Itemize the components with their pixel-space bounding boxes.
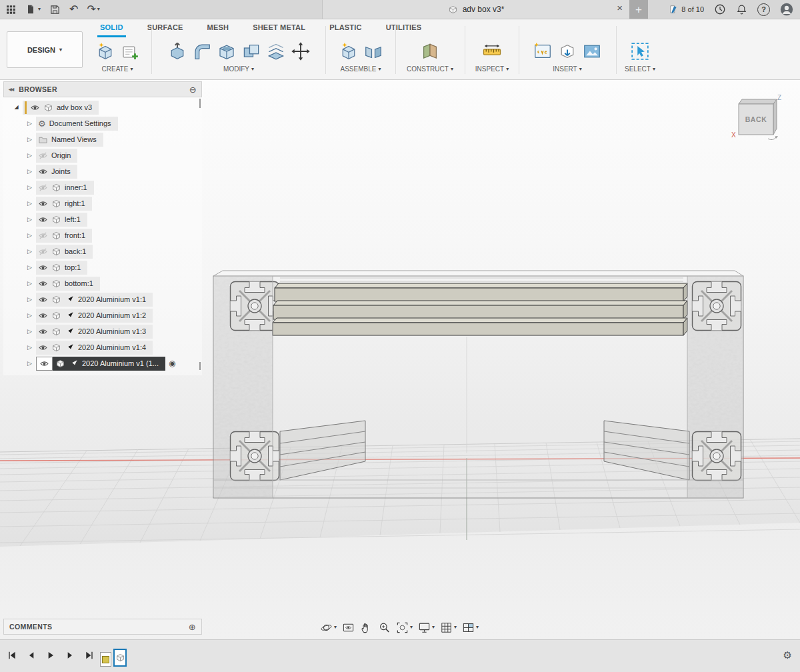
browser-row-label[interactable]: adv box v3	[57, 103, 92, 111]
expander-icon[interactable]: ▷	[25, 297, 34, 303]
insert-svg-button[interactable]	[532, 41, 553, 62]
browser-row-component[interactable]: ▷ right:1	[3, 195, 202, 211]
select-menu[interactable]: SELECT▾	[617, 65, 663, 73]
visibility-on-icon[interactable]	[38, 343, 48, 353]
expander-icon[interactable]: ▷	[25, 153, 34, 159]
browser-row-component[interactable]: ▷ front:1	[3, 227, 202, 243]
expander-icon[interactable]: ▷	[25, 169, 34, 175]
rotate-arrow-icon[interactable]	[768, 137, 776, 140]
create-menu[interactable]: CREATE▾	[87, 65, 148, 73]
job-status-clock-icon[interactable]	[714, 3, 726, 15]
orbit-tool[interactable]: ▾	[320, 621, 337, 634]
view-cube-right-face[interactable]	[773, 99, 777, 135]
undo-icon[interactable]: ↶	[69, 4, 78, 15]
expander-icon[interactable]: ▷	[25, 201, 34, 207]
expander-icon[interactable]: ▷	[25, 217, 34, 223]
tab-solid[interactable]: SOLID	[97, 21, 126, 37]
app-grid-icon[interactable]	[5, 4, 17, 15]
viewport[interactable]: BACK Z X ◀◀ BROWSER ⊖ ◢	[0, 80, 800, 639]
help-icon[interactable]: ?	[757, 3, 770, 16]
visibility-off-icon[interactable]	[38, 151, 48, 161]
minimize-panel-icon[interactable]: ⊖	[189, 85, 197, 94]
timeline-feature-selected[interactable]	[113, 649, 127, 667]
visibility-on-icon[interactable]	[38, 295, 48, 305]
browser-row-label[interactable]: bottom:1	[65, 279, 93, 287]
timeline-feature-component[interactable]	[100, 652, 111, 667]
visibility-on-icon[interactable]	[38, 167, 48, 177]
timeline-settings-gear-icon[interactable]: ⚙	[783, 650, 792, 660]
browser-row-linked-component[interactable]: ▷ 2020 Aluminium v1:3	[3, 323, 202, 339]
browser-row-component[interactable]: ▷ back:1	[3, 243, 202, 259]
visibility-off-icon[interactable]	[38, 183, 48, 193]
browser-row-label[interactable]: Joints	[51, 167, 71, 175]
user-avatar[interactable]	[780, 3, 793, 16]
browser-row-component[interactable]: ▷ top:1	[3, 259, 202, 275]
expander-icon[interactable]: ▷	[25, 281, 34, 287]
browser-row-label[interactable]: 2020 Aluminium v1:4	[78, 343, 146, 351]
step-forward-button[interactable]	[65, 650, 75, 661]
redo-menu[interactable]: ↷ ▾	[87, 4, 99, 15]
browser-row-joints[interactable]: ▷ Joints	[3, 163, 202, 179]
expander-icon[interactable]: ◢	[12, 105, 21, 110]
visibility-toggle-box[interactable]	[36, 357, 53, 371]
pan-tool[interactable]	[360, 621, 373, 634]
timeline-feature-track[interactable]	[100, 647, 127, 667]
visibility-on-icon[interactable]	[30, 103, 40, 113]
browser-row-label[interactable]: 2020 Aluminium v1:2	[78, 311, 146, 319]
offset-face-button[interactable]	[265, 41, 287, 62]
browser-row-label[interactable]: back:1	[65, 247, 86, 255]
fit-view-tool[interactable]: ▾	[396, 621, 413, 634]
play-button[interactable]	[45, 650, 56, 661]
browser-row-label[interactable]: Document Settings	[49, 119, 111, 127]
expander-icon[interactable]: ▷	[25, 361, 34, 367]
go-to-end-button[interactable]	[84, 650, 95, 661]
construct-menu[interactable]: CONSTRUCT▾	[397, 65, 463, 73]
construct-plane-button[interactable]	[419, 41, 441, 62]
visibility-on-icon[interactable]	[38, 263, 48, 273]
browser-row-label[interactable]: right:1	[65, 199, 85, 207]
browser-row-label[interactable]: Origin	[51, 151, 71, 159]
assemble-menu[interactable]: ASSEMBLE▾	[328, 65, 393, 73]
selected-row-highlight[interactable]: 2020 Aluminium v1 (1...	[53, 357, 165, 371]
assemble-new-component-button[interactable]	[338, 41, 359, 62]
display-settings[interactable]: ▾	[418, 621, 435, 634]
create-sketch-button[interactable]	[119, 41, 141, 62]
expander-icon[interactable]: ▷	[25, 345, 34, 351]
visibility-on-icon[interactable]	[38, 215, 48, 225]
expander-icon[interactable]: ▷	[25, 265, 34, 271]
tab-utilities[interactable]: UTILITIES	[383, 21, 425, 37]
comments-panel[interactable]: COMMENTS ⊕	[3, 619, 202, 635]
browser-row-named-views[interactable]: ▷ Named Views	[3, 131, 202, 147]
new-tab-button[interactable]: +	[629, 0, 648, 19]
look-at-tool[interactable]	[342, 621, 355, 634]
browser-row-component[interactable]: ▷ left:1	[3, 211, 202, 227]
visibility-on-icon[interactable]	[38, 327, 48, 337]
visibility-on-icon[interactable]	[39, 359, 49, 369]
insert-mesh-button[interactable]	[557, 41, 578, 62]
combine-button[interactable]	[241, 41, 262, 62]
expander-icon[interactable]: ▷	[25, 329, 34, 335]
move-copy-button[interactable]	[290, 41, 311, 62]
expander-icon[interactable]: ▷	[25, 185, 34, 191]
joint-button[interactable]	[363, 41, 384, 62]
workspace-switcher[interactable]: DESIGN ▾	[7, 31, 83, 68]
expander-icon[interactable]: ▷	[25, 121, 34, 127]
tab-mesh[interactable]: MESH	[205, 21, 232, 37]
browser-row-linked-component[interactable]: ▷ 2020 Aluminium v1:4	[3, 339, 202, 355]
browser-row-origin[interactable]: ▷ Origin	[3, 147, 202, 163]
close-tab-icon[interactable]: ×	[617, 3, 623, 13]
expander-icon[interactable]: ▷	[25, 137, 34, 143]
browser-header[interactable]: ◀◀ BROWSER ⊖	[3, 81, 202, 97]
inspect-menu[interactable]: INSPECT▾	[467, 65, 517, 73]
add-comment-icon[interactable]: ⊕	[189, 623, 196, 631]
notifications-bell-icon[interactable]	[736, 4, 747, 15]
go-to-start-button[interactable]	[7, 650, 17, 661]
viewports-tool[interactable]: ▾	[462, 621, 479, 634]
visibility-on-icon[interactable]	[38, 279, 48, 289]
visibility-on-icon[interactable]	[38, 311, 48, 321]
browser-row-label[interactable]: top:1	[65, 263, 81, 271]
fillet-button[interactable]	[191, 41, 213, 62]
insert-menu[interactable]: INSERT▾	[521, 65, 614, 73]
browser-row-label[interactable]: 2020 Aluminium v1:1	[78, 295, 146, 303]
browser-row-selected[interactable]: ▷ 2020 Aluminium v1 (1... ◉	[3, 355, 202, 371]
